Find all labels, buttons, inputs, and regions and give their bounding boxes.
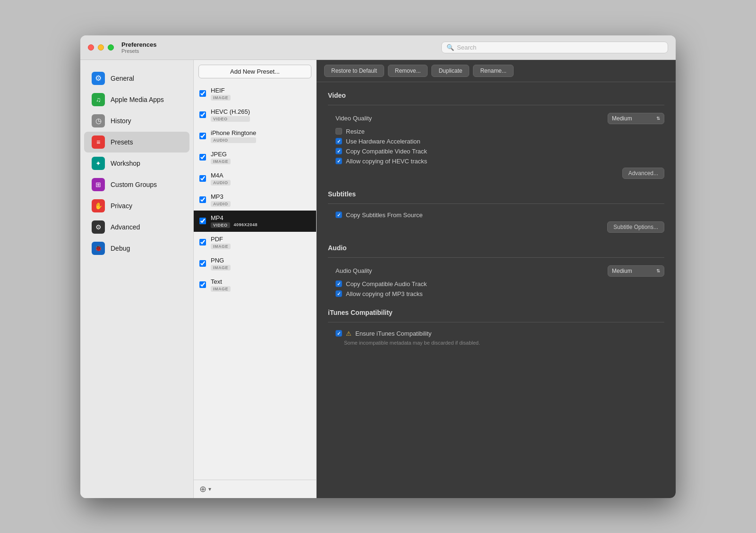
preset-name-pdf: PDF (211, 236, 231, 243)
sidebar-item-privacy[interactable]: ✋ Privacy (84, 195, 189, 216)
sidebar-item-apple-media-apps[interactable]: ♫ Apple Media Apps (84, 89, 189, 110)
preset-info-jpeg: JPEG IMAGE (211, 151, 231, 164)
preset-checkbox-png[interactable] (199, 260, 206, 267)
preset-item-iphone-ringtone[interactable]: iPhone Ringtone AUDIO (194, 126, 316, 147)
checkmark-icon: ✓ (337, 159, 341, 164)
resize-checkbox[interactable] (335, 128, 342, 135)
advanced-button[interactable]: Advanced... (622, 168, 664, 179)
preset-tag-pdf: IMAGE (211, 244, 231, 249)
preset-tag-text: IMAGE (211, 286, 231, 292)
preset-tag-m4a: AUDIO (211, 180, 231, 186)
sidebar-item-debug[interactable]: 🐞 Debug (84, 238, 189, 259)
window-subtitle: Presets (121, 48, 156, 54)
ensure-itunes-checkbox[interactable]: ✓ (335, 330, 342, 337)
checkmark-icon: ✓ (337, 331, 341, 336)
privacy-icon: ✋ (92, 199, 105, 212)
copy-subtitles-checkbox[interactable]: ✓ (335, 212, 342, 218)
sidebar-item-history[interactable]: ◷ History (84, 110, 189, 131)
preset-checkbox-jpeg[interactable] (199, 154, 206, 161)
close-button[interactable] (88, 44, 94, 51)
window-title: Preferences (121, 41, 156, 48)
subtitles-section-title: Subtitles (328, 190, 664, 198)
sidebar-label-custom-groups: Custom Groups (111, 181, 157, 188)
minimize-button[interactable] (98, 44, 104, 51)
audio-quality-value: Medium (612, 268, 632, 274)
video-quality-label: Video Quality (328, 115, 602, 122)
preset-checkbox-mp3[interactable] (199, 196, 206, 203)
preset-checkbox-pdf[interactable] (199, 239, 206, 245)
search-input[interactable] (457, 44, 663, 51)
subtitle-options-button[interactable]: Subtitle Options... (607, 221, 664, 233)
preset-item-png[interactable]: PNG IMAGE (194, 253, 316, 274)
presets-panel: Add New Preset... HEIF IMAGE (194, 60, 317, 498)
preset-item-mp3[interactable]: MP3 AUDIO (194, 189, 316, 211)
allow-mp3-checkbox[interactable]: ✓ (335, 290, 342, 297)
video-section-title: Video (328, 92, 664, 99)
preset-name-jpeg: JPEG (211, 151, 231, 158)
content-area: ⚙ General ♫ Apple Media Apps ◷ History ≡… (80, 60, 676, 498)
copy-subtitles-label: Copy Subtitles From Source (346, 212, 423, 219)
sidebar-item-advanced[interactable]: ⚙ Advanced (84, 217, 189, 237)
copy-video-track-checkbox[interactable]: ✓ (335, 148, 342, 154)
preset-checkbox-hevc[interactable] (199, 111, 206, 118)
more-options-chevron[interactable]: ▾ (208, 486, 211, 492)
video-quality-value: Medium (612, 115, 632, 122)
duplicate-button[interactable]: Duplicate (431, 65, 469, 77)
main-area: Add New Preset... HEIF IMAGE (194, 60, 676, 498)
preset-checkbox-m4a[interactable] (199, 175, 206, 182)
preset-checkbox-heif[interactable] (199, 90, 206, 97)
hw-accel-checkbox[interactable]: ✓ (335, 138, 342, 144)
preset-name-m4a: M4A (211, 172, 231, 179)
preset-item-text[interactable]: Text IMAGE (194, 274, 316, 296)
preset-name-text: Text (211, 278, 231, 285)
restore-default-button[interactable]: Restore to Default (324, 65, 384, 77)
preset-item-m4a[interactable]: M4A AUDIO (194, 168, 316, 189)
sidebar-item-workshop[interactable]: ✦ Workshop (84, 153, 189, 174)
allow-mp3-label: Allow copying of MP3 tracks (346, 290, 423, 297)
itunes-section: iTunes Compatibility ✓ ⚠ Ensure iTunes C… (328, 309, 664, 346)
titlebar: Preferences Presets 🔍 (80, 35, 676, 60)
audio-quality-select[interactable]: Medium ⇅ (608, 265, 664, 277)
subtitles-section: Subtitles ✓ Copy Subtitles From Source S… (328, 190, 664, 233)
itunes-note: Some incompatible metadata may be discar… (328, 340, 664, 346)
remove-button[interactable]: Remove... (388, 65, 428, 77)
traffic-lights (88, 44, 114, 51)
sidebar-item-presets[interactable]: ≡ Presets (84, 132, 189, 152)
preset-checkbox-text[interactable] (199, 281, 206, 288)
presets-bottom-actions[interactable]: ⊕ ▾ (194, 480, 316, 498)
preset-info-mp3: MP3 AUDIO (211, 193, 231, 207)
preset-tag-png: IMAGE (211, 265, 231, 271)
hw-accel-row: ✓ Use Hardware Acceleration (328, 138, 664, 145)
preset-item-heif[interactable]: HEIF IMAGE (194, 83, 316, 104)
sidebar-item-custom-groups[interactable]: ⊞ Custom Groups (84, 174, 189, 195)
search-bar[interactable]: 🔍 (441, 42, 668, 53)
video-quality-row: Video Quality Medium ⇅ (328, 113, 664, 124)
advanced-icon: ⚙ (92, 220, 105, 234)
sidebar-label-apple-media-apps: Apple Media Apps (111, 96, 164, 103)
titlebar-text: Preferences Presets (121, 41, 156, 54)
fullscreen-button[interactable] (108, 44, 114, 51)
more-options-icon[interactable]: ⊕ (199, 484, 206, 494)
preset-checkbox-iphone-ringtone[interactable] (199, 133, 206, 139)
preset-item-pdf[interactable]: PDF IMAGE (194, 232, 316, 253)
audio-quality-chevron: ⇅ (656, 268, 660, 273)
preset-checkbox-mp4[interactable] (199, 218, 206, 224)
video-quality-select[interactable]: Medium ⇅ (608, 113, 664, 124)
preset-name-heif: HEIF (211, 87, 231, 94)
sidebar-item-general[interactable]: ⚙ General (84, 68, 189, 89)
allow-hevc-checkbox[interactable]: ✓ (335, 158, 342, 164)
add-preset-button[interactable]: Add New Preset... (198, 65, 311, 78)
preset-item-jpeg[interactable]: JPEG IMAGE (194, 147, 316, 168)
preset-item-mp4[interactable]: MP4 VIDEO 4096X2048 (194, 211, 316, 232)
preset-name-png: PNG (211, 257, 231, 264)
resize-label: Resize (346, 128, 365, 135)
preset-tag-mp4: VIDEO (211, 222, 230, 228)
preset-tag-heif: IMAGE (211, 95, 231, 101)
sidebar-label-advanced: Advanced (111, 223, 140, 231)
checkmark-icon: ✓ (337, 212, 341, 218)
preset-info-text: Text IMAGE (211, 278, 231, 292)
rename-button[interactable]: Rename... (473, 65, 513, 77)
preset-item-hevc[interactable]: HEVC (H.265) VIDEO (194, 104, 316, 126)
copy-audio-track-checkbox[interactable]: ✓ (335, 280, 342, 287)
presets-icon: ≡ (92, 135, 105, 149)
